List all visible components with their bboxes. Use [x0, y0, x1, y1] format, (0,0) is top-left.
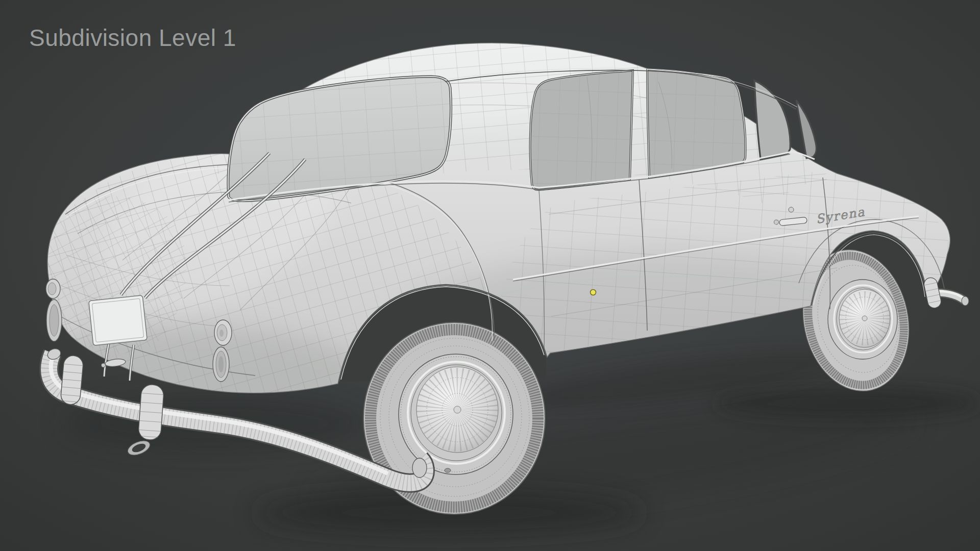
tail-light-left	[46, 279, 62, 341]
origin-point-marker	[591, 290, 596, 295]
subdivision-label: Subdivision Level 1	[29, 24, 236, 51]
door-window-trim	[647, 69, 746, 178]
door-handle-escutcheon	[774, 220, 779, 225]
viewport: Syrena Subdivision Level 1	[0, 0, 980, 551]
boot-handle-nub	[101, 363, 106, 367]
bumper-overrider-right	[138, 384, 164, 441]
license-plate-face	[89, 295, 148, 346]
front-bumper-cap	[962, 296, 969, 306]
bumper-end-cap	[412, 458, 427, 478]
bumper-overrider-left	[60, 355, 84, 406]
tail-cone-left-inner	[48, 283, 56, 295]
render-canvas: Syrena Subdivision Level 1	[0, 0, 980, 551]
front-wheel-face	[828, 280, 897, 359]
tail-oval-right-core	[218, 356, 224, 372]
door-lock-knob	[789, 207, 794, 212]
rear-valve-stem	[445, 468, 451, 472]
quarter-window-trim	[530, 70, 633, 190]
license-plate	[89, 295, 148, 346]
front-hub-center	[862, 316, 867, 321]
rear-hub-center	[454, 406, 461, 413]
tail-cone-right-tip	[219, 330, 224, 337]
shadow-front-wheel	[715, 388, 980, 418]
tail-oval-left-inner	[50, 305, 59, 336]
